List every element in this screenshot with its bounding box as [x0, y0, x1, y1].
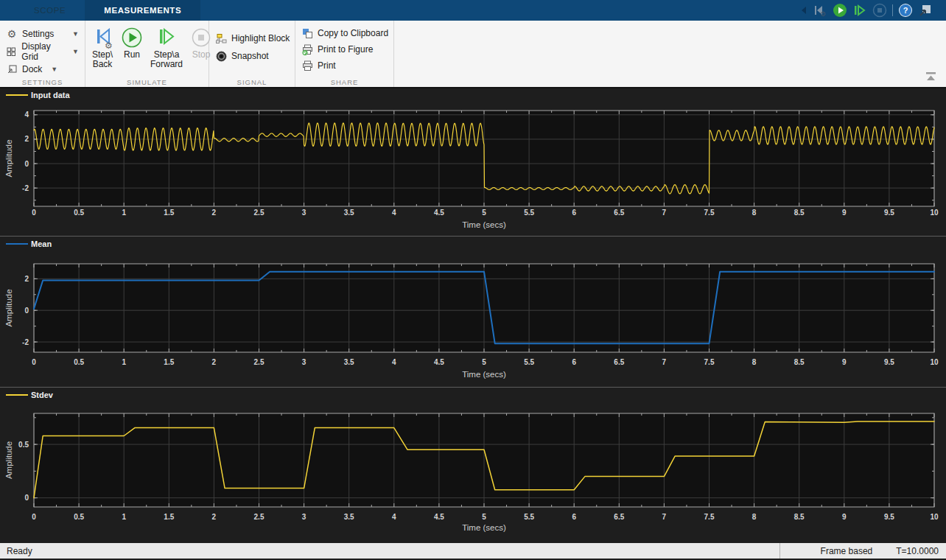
tab-scope[interactable]: SCOPE	[15, 0, 85, 21]
svg-text:6.5: 6.5	[614, 209, 624, 217]
mean-plot[interactable]: 00.511.522.533.544.555.566.577.588.599.5…	[0, 251, 946, 387]
toolbar-spacer	[394, 21, 946, 87]
settings-section-label: SETTINGS	[0, 78, 85, 86]
run-button[interactable]: Run	[121, 24, 143, 77]
chevron-down-icon: ▼	[72, 30, 80, 38]
svg-text:7.5: 7.5	[704, 513, 715, 521]
svg-text:-2: -2	[22, 338, 29, 346]
svg-text:10: 10	[930, 209, 939, 217]
step-back-label-2: Back	[93, 60, 113, 69]
svg-text:8.5: 8.5	[794, 513, 805, 521]
svg-text:0.5: 0.5	[74, 358, 84, 366]
svg-text:3: 3	[302, 209, 306, 217]
svg-text:Amplitude: Amplitude	[4, 289, 13, 326]
copy-to-clipboard-button[interactable]: Copy to Clipboard	[301, 25, 390, 41]
svg-text:Time (secs): Time (secs)	[462, 523, 506, 532]
panel-input-data: Input data 00.511.522.533.544.555.566.57…	[0, 88, 946, 236]
svg-text:2: 2	[212, 209, 217, 217]
svg-text:0: 0	[24, 307, 29, 315]
chevron-down-icon: ▼	[51, 66, 59, 73]
step-back-icon[interactable]: ⚙	[813, 3, 827, 18]
svg-text:10: 10	[930, 358, 939, 366]
stdev-plot[interactable]: 00.511.522.533.544.555.566.577.588.599.5…	[0, 402, 946, 542]
print-button[interactable]: Print	[301, 57, 390, 74]
highlight-block-button[interactable]: Highlight Block	[215, 29, 292, 47]
svg-text:1.5: 1.5	[164, 358, 174, 366]
svg-text:-2: -2	[22, 184, 29, 192]
svg-text:0: 0	[32, 358, 36, 366]
tab-measurements[interactable]: MEASUREMENTS	[85, 0, 200, 21]
collapse-ribbon-icon[interactable]	[925, 72, 937, 81]
chevron-down-icon: ▼	[72, 48, 80, 55]
ribbon-toolbar: ⚙ Settings ▼ Display Grid ▼ Dock ▼ SETTI…	[0, 21, 946, 88]
svg-text:9.5: 9.5	[884, 358, 894, 366]
legend-label: Mean	[31, 239, 52, 248]
titlebar: SCOPE MEASUREMENTS ⚙ ?	[0, 0, 946, 21]
step-forward-button[interactable]: Step\a Forward	[150, 24, 183, 77]
svg-text:4: 4	[392, 209, 396, 217]
svg-text:7.5: 7.5	[704, 358, 715, 366]
frame-mode-indicator: Frame based	[821, 546, 873, 556]
legend-mean[interactable]: Mean	[0, 237, 946, 251]
run-icon	[121, 27, 143, 50]
run-icon[interactable]	[833, 3, 847, 18]
legend-stdev[interactable]: Stdev	[0, 388, 946, 402]
print-to-figure-button[interactable]: Print to Figure	[301, 41, 390, 57]
snapshot-label: Snapshot	[231, 51, 269, 61]
svg-text:Amplitude: Amplitude	[4, 441, 13, 479]
svg-text:4: 4	[392, 513, 396, 521]
simulation-time: T=10.0000	[896, 546, 939, 556]
print-to-figure-icon	[301, 43, 313, 55]
svg-text:0.5: 0.5	[74, 513, 84, 521]
status-message: Ready	[0, 546, 32, 556]
svg-text:8: 8	[752, 209, 757, 217]
snapshot-icon	[215, 50, 227, 62]
stop-label: Stop	[192, 50, 211, 60]
svg-text:7: 7	[662, 209, 667, 217]
dock-label: Dock	[22, 64, 42, 74]
svg-text:2: 2	[212, 513, 217, 521]
svg-text:Time (secs): Time (secs)	[462, 220, 506, 229]
legend-line-swatch	[6, 94, 28, 96]
svg-text:4.5: 4.5	[434, 209, 444, 217]
svg-text:9.5: 9.5	[884, 513, 894, 521]
svg-text:1.5: 1.5	[164, 513, 174, 521]
svg-text:5.5: 5.5	[524, 513, 534, 521]
svg-text:Amplitude: Amplitude	[4, 139, 13, 177]
copy-icon	[301, 27, 313, 39]
svg-text:2.5: 2.5	[254, 209, 264, 217]
step-back-button[interactable]: ⚙ Step\ Back	[91, 24, 113, 77]
svg-text:6.5: 6.5	[614, 513, 624, 521]
settings-label: Settings	[22, 29, 54, 39]
svg-text:3: 3	[302, 358, 306, 366]
panel-stdev: Stdev 00.511.522.533.544.555.566.577.588…	[0, 387, 946, 542]
svg-text:⚙: ⚙	[820, 10, 826, 18]
legend-input-data[interactable]: Input data	[0, 88, 946, 102]
svg-text:6: 6	[572, 358, 576, 366]
share-section-label: SHARE	[295, 78, 393, 86]
legend-label: Stdev	[31, 391, 53, 399]
svg-text:8.5: 8.5	[794, 358, 805, 366]
stop-icon[interactable]	[872, 3, 887, 18]
dock-button[interactable]: Dock ▼	[6, 60, 80, 78]
svg-text:8.5: 8.5	[794, 209, 805, 217]
display-grid-button[interactable]: Display Grid ▼	[6, 43, 80, 60]
svg-text:8: 8	[752, 513, 757, 521]
status-bar: Ready Frame based T=10.0000	[0, 542, 946, 559]
svg-text:10: 10	[930, 513, 939, 521]
svg-text:1: 1	[122, 209, 126, 217]
input-data-plot[interactable]: 00.511.522.533.544.555.566.577.588.599.5…	[0, 102, 946, 236]
undock-icon[interactable]	[918, 3, 933, 18]
svg-text:3.5: 3.5	[344, 358, 354, 366]
print-label: Print	[318, 60, 336, 71]
highlight-block-label: Highlight Block	[231, 33, 290, 43]
print-to-figure-label: Print to Figure	[318, 44, 373, 55]
chevron-left-icon[interactable]	[800, 5, 807, 15]
settings-button[interactable]: ⚙ Settings ▼	[6, 25, 80, 43]
titlebar-divider	[892, 4, 893, 16]
help-icon[interactable]: ?	[898, 3, 913, 18]
svg-text:9.5: 9.5	[884, 209, 894, 217]
step-forward-icon[interactable]	[852, 3, 867, 18]
svg-text:7.5: 7.5	[704, 209, 715, 217]
snapshot-button[interactable]: Snapshot	[215, 47, 292, 65]
